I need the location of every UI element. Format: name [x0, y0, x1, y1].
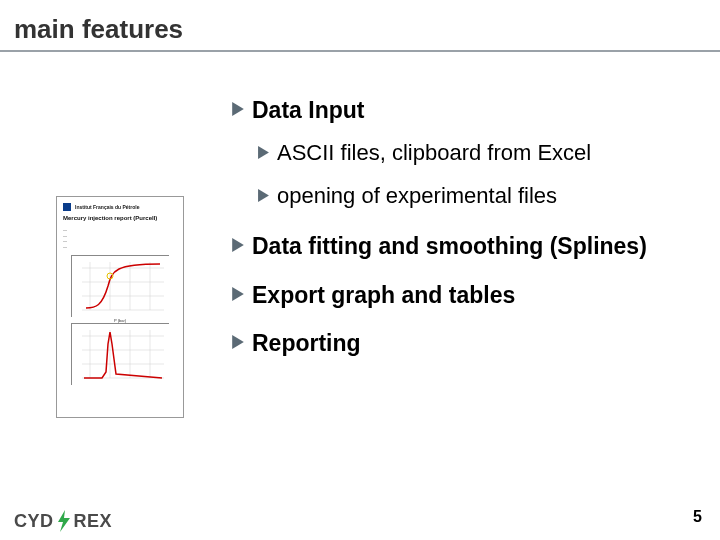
bullet-reporting: Reporting — [232, 329, 702, 358]
triangle-bullet-icon — [258, 145, 269, 163]
bullet-text: Export graph and tables — [252, 281, 515, 310]
triangle-bullet-icon — [232, 238, 244, 256]
content-area: Data Input ASCII files, clipboard from E… — [232, 96, 702, 372]
svg-marker-5 — [232, 335, 244, 349]
thumb-meta: ———— — [63, 227, 177, 249]
thumb-title: Mercury injection report (Purcell) — [63, 215, 177, 221]
bullet-opening: opening of experimental files — [258, 182, 702, 210]
title-underline — [0, 50, 720, 52]
slide: main features Data Input ASCII files, cl… — [0, 0, 720, 540]
footer-logo-flash-icon — [56, 512, 72, 530]
svg-marker-25 — [58, 510, 70, 532]
bullet-fitting: Data fitting and smoothing (Splines) — [232, 232, 702, 261]
thumb-chart-2 — [71, 323, 169, 385]
triangle-bullet-icon — [232, 335, 244, 353]
bullet-text: Data Input — [252, 96, 364, 125]
svg-marker-3 — [232, 238, 244, 252]
report-thumbnail: Institut Français du Pétrole Mercury inj… — [56, 196, 184, 418]
triangle-bullet-icon — [232, 102, 244, 120]
page-number: 5 — [693, 508, 702, 526]
triangle-bullet-icon — [232, 287, 244, 305]
slide-title: main features — [14, 14, 183, 45]
svg-marker-4 — [232, 287, 244, 301]
thumb-org: Institut Français du Pétrole — [75, 204, 139, 210]
logo-square-icon — [63, 203, 71, 211]
chart-icon — [72, 324, 170, 386]
svg-marker-2 — [258, 189, 269, 202]
chart-icon — [72, 256, 170, 318]
bullet-text: Reporting — [252, 329, 361, 358]
bullet-text: opening of experimental files — [277, 182, 557, 210]
bullet-text: Data fitting and smoothing (Splines) — [252, 232, 647, 261]
svg-marker-1 — [258, 146, 269, 159]
footer-logo: CYD REX — [14, 512, 112, 530]
triangle-bullet-icon — [258, 188, 269, 206]
thumb-logo: Institut Français du Pétrole — [63, 203, 177, 211]
bullet-text: ASCII files, clipboard from Excel — [277, 139, 591, 167]
footer-logo-left: CYD — [14, 512, 54, 530]
bullet-export: Export graph and tables — [232, 281, 702, 310]
footer-logo-right: REX — [74, 512, 113, 530]
svg-marker-0 — [232, 102, 244, 116]
bullet-ascii: ASCII files, clipboard from Excel — [258, 139, 702, 167]
thumb-chart-1: P (bar) — [71, 255, 169, 317]
bullet-data-input: Data Input — [232, 96, 702, 125]
